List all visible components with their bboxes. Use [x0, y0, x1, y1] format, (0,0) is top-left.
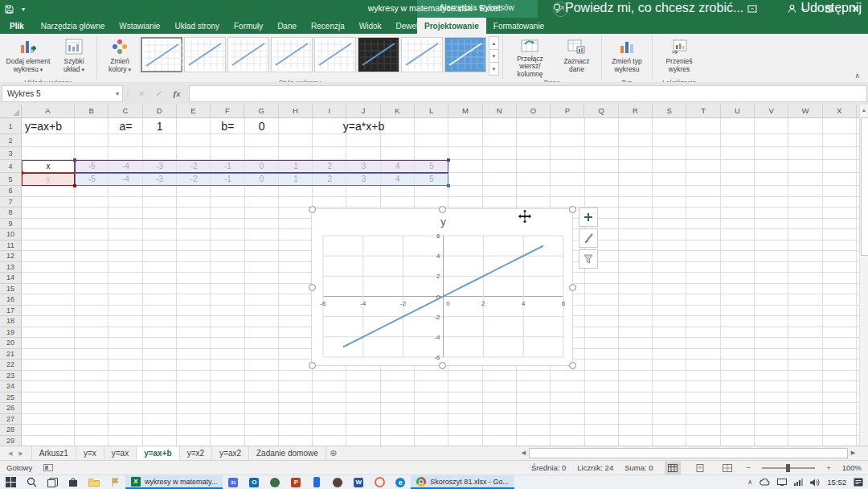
row-header-27[interactable]: 27	[0, 414, 21, 425]
task-view-button[interactable]	[42, 475, 63, 489]
network-icon[interactable]	[794, 479, 803, 486]
column-header-F[interactable]: F	[211, 105, 244, 117]
switch-row-column-button[interactable]: Przełącz wiersz/ kolumnę	[506, 36, 554, 78]
column-header-M[interactable]: M	[448, 105, 482, 117]
column-header-L[interactable]: L	[415, 105, 448, 117]
chart-style-thumbnail-4[interactable]	[271, 37, 313, 72]
name-box[interactable]: Wykres 5 ▾	[2, 85, 123, 102]
column-header-X[interactable]: X	[823, 105, 857, 117]
cancel-entry-button[interactable]: ×	[133, 86, 150, 101]
page-layout-view-button[interactable]	[692, 462, 708, 475]
row-header-16[interactable]: 16	[0, 294, 21, 306]
scroll-right-icon[interactable]: ▶	[848, 450, 858, 456]
column-header-K[interactable]: K	[381, 105, 415, 117]
range-handle[interactable]	[447, 184, 450, 187]
row-header-20[interactable]: 20	[0, 338, 21, 349]
tab-widok[interactable]: Widok	[352, 18, 389, 34]
row-header-13[interactable]: 13	[0, 262, 21, 273]
sheet-tab-arkusz1[interactable]: Arkusz1	[31, 446, 76, 460]
row-header-8[interactable]: 8	[0, 208, 21, 219]
sheet-tab-y-ax[interactable]: y=ax	[104, 446, 137, 460]
sheet-nav-right-icon[interactable]: ▶	[18, 450, 23, 457]
row-header-17[interactable]: 17	[0, 306, 21, 317]
start-button[interactable]	[0, 475, 21, 489]
insert-function-button[interactable]: fx	[168, 86, 186, 101]
tab-recenzja[interactable]: Recenzja	[304, 18, 352, 34]
row-header-29[interactable]: 29	[0, 436, 21, 446]
sheet-tab-y-ax2[interactable]: y=ax2	[212, 446, 249, 460]
zoom-slider-thumb[interactable]	[786, 464, 790, 472]
row-header-5[interactable]: 5	[0, 173, 21, 186]
normal-view-button[interactable]	[665, 462, 681, 475]
tab-narzędzia-główne[interactable]: Narzędzia główne	[34, 18, 113, 34]
outlook-icon[interactable]: O	[244, 475, 264, 489]
row-header-25[interactable]: 25	[0, 392, 21, 404]
volume-icon[interactable]	[810, 479, 820, 487]
app-icon-dark[interactable]	[327, 475, 348, 489]
column-header-S[interactable]: S	[653, 105, 686, 117]
vertical-scrollbar[interactable]: ▲	[859, 105, 868, 446]
row-header-23[interactable]: 23	[0, 371, 21, 382]
cell-grid[interactable]: -6-4-20246-6-4-20246y y=ax+ba=1b=0y=a*x+…	[22, 118, 859, 446]
range-handle[interactable]	[22, 171, 23, 175]
change-chart-type-button[interactable]: Zmień typ wykresu	[605, 36, 649, 78]
column-header-V[interactable]: V	[755, 105, 788, 117]
tell-me-box[interactable]: Powiedz mi, co chcesz zrobić...	[553, 0, 743, 16]
zoom-slider[interactable]	[762, 467, 815, 469]
row-header-21[interactable]: 21	[0, 349, 21, 360]
share-button[interactable]: Udostępnij	[788, 0, 862, 16]
column-header-T[interactable]: T	[686, 105, 720, 117]
gallery-up-button[interactable]: ▲	[489, 36, 499, 50]
chart-style-button[interactable]	[579, 228, 598, 248]
chart-selection-handle[interactable]	[309, 284, 316, 291]
sheet-tab-y-ax-b[interactable]: y=ax+b	[137, 446, 179, 460]
chart-style-thumbnail-8[interactable]	[444, 37, 486, 72]
column-header-C[interactable]: C	[108, 105, 142, 117]
sheet-nav[interactable]: ◀ ▶	[0, 446, 31, 460]
new-sheet-button[interactable]: ⊕	[326, 446, 341, 460]
chart-style-thumbnail-1[interactable]	[141, 37, 182, 72]
column-header-E[interactable]: E	[177, 105, 211, 117]
row-header-26[interactable]: 26	[0, 403, 21, 414]
name-box-caret-icon[interactable]: ▾	[116, 90, 119, 97]
chart-selection-handle[interactable]	[439, 362, 446, 369]
pinned-app-icon[interactable]	[104, 475, 125, 489]
column-header-U[interactable]: U	[721, 105, 755, 117]
powerpoint-icon[interactable]: P	[285, 475, 306, 489]
chart-style-thumbnail-6[interactable]	[358, 37, 399, 72]
column-header-B[interactable]: B	[75, 105, 108, 117]
column-header-R[interactable]: R	[619, 105, 653, 117]
scroll-left-icon[interactable]: ◀	[518, 450, 529, 456]
row-header-1[interactable]: 1	[0, 118, 21, 134]
column-header-O[interactable]: O	[517, 105, 551, 117]
range-handle[interactable]	[447, 158, 450, 162]
app-icon-orange[interactable]	[369, 475, 390, 489]
tab-formatowanie[interactable]: Formatowanie	[486, 18, 551, 34]
tab-formuły[interactable]: Formuły	[227, 18, 270, 34]
chart-style-thumbnail-7[interactable]	[401, 37, 443, 72]
chart-selection-handle[interactable]	[569, 284, 576, 291]
chart-selection-handle[interactable]	[309, 206, 316, 213]
horizontal-scroll-thumb[interactable]	[529, 448, 848, 458]
column-header-J[interactable]: J	[346, 105, 380, 117]
horizontal-scrollbar[interactable]: ◀ ▶	[518, 447, 858, 458]
column-header-A[interactable]: A	[22, 105, 75, 117]
column-header-W[interactable]: W	[788, 105, 822, 117]
zoom-out-button[interactable]: −	[747, 463, 751, 472]
word-icon[interactable]: W	[348, 475, 369, 489]
range-handle[interactable]	[73, 158, 76, 162]
gallery-more-button[interactable]: ▼	[489, 62, 499, 76]
sticky-notes-icon[interactable]: 31	[223, 475, 244, 489]
zoom-level[interactable]: 100%	[842, 463, 862, 472]
vertical-scroll-thumb[interactable]	[861, 117, 868, 256]
chart-style-thumbnail-5[interactable]	[314, 37, 356, 72]
column-header-Q[interactable]: Q	[585, 105, 619, 117]
quick-layout-button[interactable]: Szybki układ	[55, 36, 93, 78]
hidden-icons-chevron[interactable]: ∧	[747, 479, 752, 486]
store-icon[interactable]	[63, 475, 84, 489]
chart-selection-handle[interactable]	[309, 362, 316, 369]
column-header-P[interactable]: P	[551, 105, 584, 117]
column-header-G[interactable]: G	[245, 105, 279, 117]
chart-selection-handle[interactable]	[439, 206, 446, 213]
cell-G1[interactable]: 0	[221, 119, 303, 134]
